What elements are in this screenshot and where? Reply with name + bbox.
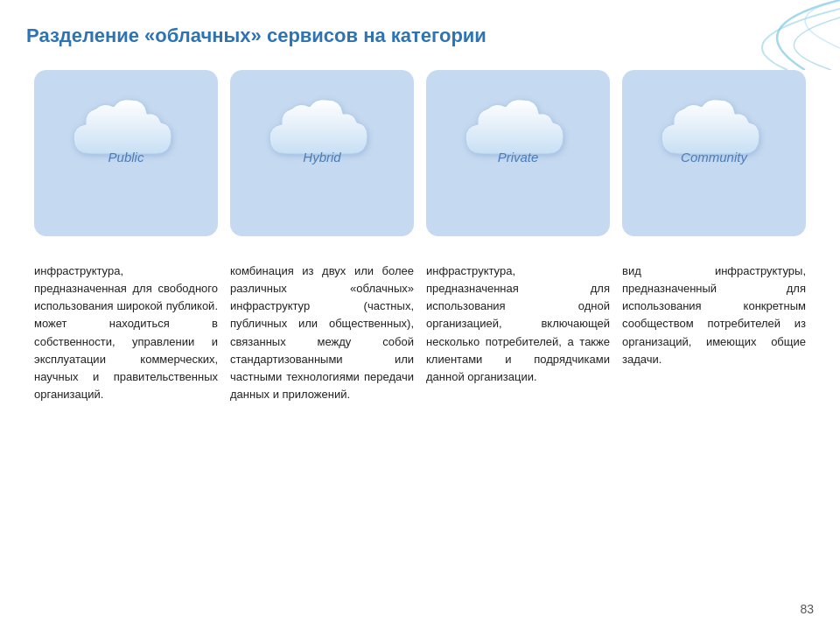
cloud-label-community: Community <box>681 150 747 164</box>
cloud-public: Public <box>65 84 187 180</box>
desc-community: вид инфраструктуры, предназначенный для … <box>622 262 806 403</box>
cloud-label-private: Private <box>498 150 539 164</box>
cloud-community: Community <box>653 84 775 180</box>
card-public: Public <box>34 70 218 236</box>
cloud-private: Private <box>457 84 579 180</box>
card-private: Private <box>426 70 610 236</box>
cloud-label-public: Public <box>108 150 144 164</box>
page-title: Разделение «облачных» сервисов на катего… <box>26 24 486 47</box>
cloud-hybrid: Hybrid <box>261 84 383 180</box>
desc-public: инфраструктура, предназначенная для своб… <box>34 262 218 403</box>
desc-hybrid: комбинация из двух или более различных «… <box>230 262 414 403</box>
card-community: Community <box>622 70 806 236</box>
card-hybrid: Hybrid <box>230 70 414 236</box>
desc-private: инфраструктура, предназначенная для испо… <box>426 262 610 403</box>
cards-row: PublicHybridPrivateCommunity <box>18 70 822 236</box>
cloud-label-hybrid: Hybrid <box>303 150 340 164</box>
page-number: 83 <box>800 602 814 616</box>
descriptions-row: инфраструктура, предназначенная для своб… <box>18 262 822 403</box>
